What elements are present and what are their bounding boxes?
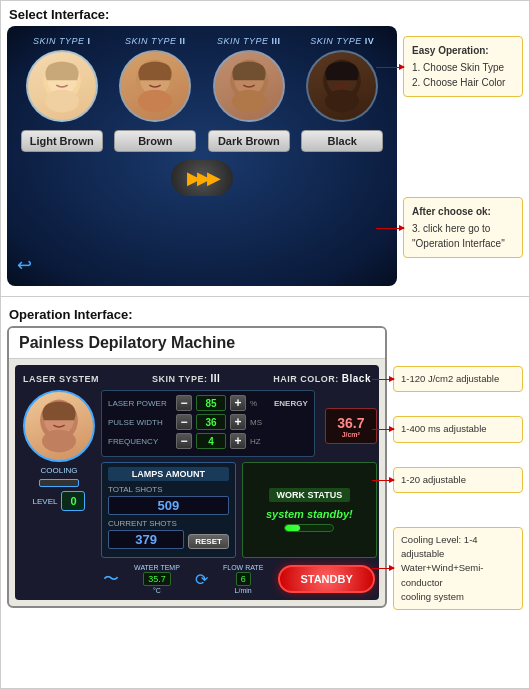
cooling-annotation: Cooling Level: 1-4 adjustable Water+Wind…	[393, 527, 523, 610]
pulse-arrow	[372, 429, 394, 430]
current-shots-value: 379	[108, 530, 184, 549]
svg-point-34	[42, 430, 76, 453]
laser-power-value: 85	[196, 395, 226, 411]
skin-type-header: SKIN TYPE: III	[152, 373, 220, 384]
frequency-plus[interactable]: +	[230, 433, 246, 449]
svg-point-13	[138, 90, 172, 113]
cooling-label: COOLING	[41, 466, 78, 475]
frequency-row: FREQUENCY − 4 + HZ	[108, 433, 308, 449]
pulse-annotation-text: 1-400 ms adjustable	[401, 423, 487, 434]
machine-title: Painless Depilatory Machine	[9, 328, 385, 359]
pulse-annotation: 1-400 ms adjustable	[393, 416, 523, 442]
machine-content: COOLING LEVEL 0	[23, 390, 371, 594]
status-indicator	[284, 524, 334, 532]
color-btn-light-brown[interactable]: Light Brown	[21, 130, 103, 152]
energy-badge: ENERGY	[274, 399, 308, 408]
flow-rate-unit: L/min	[235, 587, 252, 594]
face-image-1	[26, 50, 98, 122]
back-icon: ↩	[17, 255, 32, 275]
svg-point-27	[325, 90, 359, 113]
pulse-width-minus[interactable]: −	[176, 414, 192, 430]
wave-icon: 〜	[103, 569, 119, 590]
laser-power-label: LASER POWER	[108, 399, 172, 408]
reset-button[interactable]: RESET	[188, 534, 229, 549]
flow-rate-value: 6	[236, 572, 251, 586]
color-btn-dark-brown[interactable]: Dark Brown	[208, 130, 290, 152]
cooling-row: COOLING	[41, 466, 78, 475]
skin-type-3[interactable]: SKIN TYPE III Dark Brown	[208, 36, 290, 152]
laser-power-plus[interactable]: +	[230, 395, 246, 411]
laser-power-unit: %	[250, 399, 268, 408]
after-choose-step1: 3. click here go to	[412, 221, 514, 236]
flow-rate-display: FLOW RATE 6 L/min	[223, 564, 263, 594]
pulse-width-unit: MS	[250, 418, 268, 427]
left-column: COOLING LEVEL 0	[23, 390, 95, 594]
face-svg-2	[121, 52, 189, 120]
back-button[interactable]: ↩	[17, 254, 32, 276]
machine-body: LASER SYSTEM SKIN TYPE: III HAIR COLOR: …	[15, 365, 379, 600]
easy-op-step2: 2. Choose Hair Color	[412, 75, 514, 90]
frequency-label: FREQUENCY	[108, 437, 172, 446]
machine-header: LASER SYSTEM SKIN TYPE: III HAIR COLOR: …	[23, 371, 371, 390]
level-display: 0	[61, 491, 85, 511]
energy-unit: J/cm²	[342, 431, 360, 438]
pulse-width-label: PULSE WIDTH	[108, 418, 172, 427]
reset-row: 379 RESET	[108, 530, 229, 553]
right-column: LASER POWER − 85 + % ENERGY PULSE WIDTH …	[101, 390, 377, 594]
water-temp-value: 35.7	[143, 572, 171, 586]
skin-type-2[interactable]: SKIN TYPE II Brown	[114, 36, 196, 152]
face-svg-3	[215, 52, 283, 120]
skin-type-4[interactable]: SKIN TYPE IV Black	[301, 36, 383, 152]
operation-interface-label: Operation Interface:	[1, 301, 529, 326]
energy-annotation: 1-120 J/cm2 adjustable	[393, 366, 523, 392]
after-choose-step2: "Operation Interface"	[412, 236, 514, 251]
after-choose-title: After choose ok:	[412, 204, 514, 219]
laser-main-row: LASER POWER − 85 + % ENERGY PULSE WIDTH …	[101, 390, 377, 462]
frequency-unit: HZ	[250, 437, 268, 446]
easy-operation-box: Easy Operation: 1. Choose Skin Type 2. C…	[403, 36, 523, 97]
skin-type-1[interactable]: SKIN TYPE I Light Brown	[21, 36, 103, 152]
lamps-title: LAMPS AMOUNT	[108, 467, 229, 481]
frequency-value: 4	[196, 433, 226, 449]
annotation-arrow-2	[376, 228, 404, 229]
water-temp-display: WATER TEMP 35.7 °C	[134, 564, 180, 594]
freq-arrow	[372, 480, 394, 481]
laser-power-row: LASER POWER − 85 + % ENERGY	[108, 395, 308, 411]
hair-color-header: HAIR COLOR: Black	[273, 373, 371, 384]
color-btn-black[interactable]: Black	[301, 130, 383, 152]
face-display	[23, 390, 95, 462]
energy-value: 36.7	[337, 415, 364, 431]
work-status-title: WORK STATUS	[269, 488, 351, 502]
water-temp-unit: °C	[153, 587, 161, 594]
easy-op-title: Easy Operation:	[412, 43, 514, 58]
navigate-button[interactable]: ▶▶▶	[171, 160, 233, 196]
svg-point-6	[45, 90, 79, 113]
face-svg-4	[308, 52, 376, 120]
cooling-arrow	[372, 568, 394, 569]
standby-button[interactable]: STANDBY	[278, 565, 374, 593]
water-temp-label: WATER TEMP	[134, 564, 180, 571]
laser-system-label: LASER SYSTEM	[23, 374, 99, 384]
status-text: system standby!	[266, 508, 353, 520]
skin-selection-panel: SKIN TYPE I Light Brown	[7, 26, 397, 286]
machine-panel: Painless Depilatory Machine LASER SYSTEM…	[7, 326, 387, 608]
select-annotations: Easy Operation: 1. Choose Skin Type 2. C…	[403, 26, 523, 258]
energy-display: 36.7 J/cm²	[325, 408, 377, 444]
face-image-4	[306, 50, 378, 122]
navigate-arrows-icon: ▶▶▶	[187, 167, 217, 189]
annotation-arrow-1	[376, 67, 404, 68]
laser-power-minus[interactable]: −	[176, 395, 192, 411]
face-image-3	[213, 50, 285, 122]
work-status-box: WORK STATUS system standby!	[242, 462, 377, 558]
status-fill	[285, 525, 299, 531]
frequency-minus[interactable]: −	[176, 433, 192, 449]
energy-arrow	[372, 379, 394, 380]
lamps-box: LAMPS AMOUNT TOTAL SHOTS 509 CURRENT SHO…	[101, 462, 236, 558]
level-row: LEVEL 0	[33, 491, 86, 511]
pulse-width-value: 36	[196, 414, 226, 430]
color-btn-brown[interactable]: Brown	[114, 130, 196, 152]
laser-controls: LASER POWER − 85 + % ENERGY PULSE WIDTH …	[101, 390, 315, 457]
select-interface-label: Select Interface:	[1, 1, 529, 26]
after-choose-box: After choose ok: 3. click here go to "Op…	[403, 197, 523, 258]
pulse-width-plus[interactable]: +	[230, 414, 246, 430]
